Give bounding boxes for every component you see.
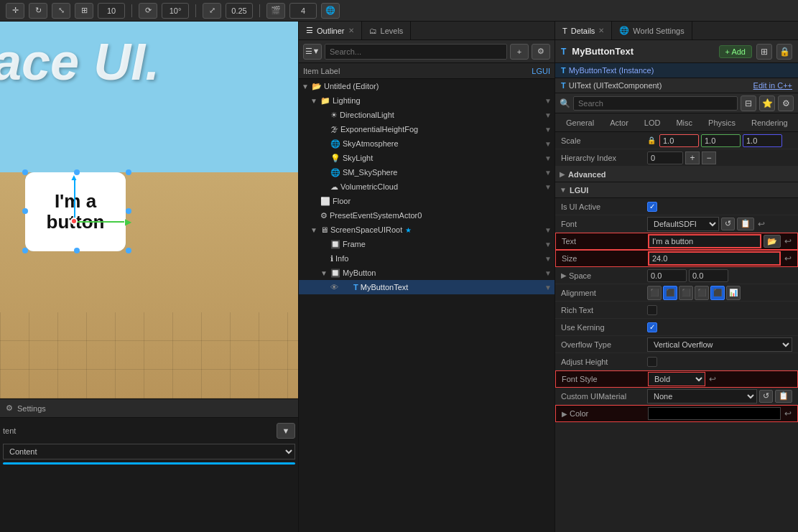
tab-levels[interactable]: 🗂 Levels <box>362 22 412 39</box>
lgui-section[interactable]: ▼ LGUI <box>555 182 798 198</box>
handle-bl[interactable] <box>22 248 28 253</box>
layout-icon-btn[interactable]: ⊞ <box>756 44 772 60</box>
scale-z-input[interactable]: 1.0 <box>743 134 782 147</box>
align-chart-btn[interactable]: 📊 <box>726 286 741 300</box>
outliner-item-lighting[interactable]: ▼ 📁 Lighting ▼ <box>299 93 555 108</box>
align-top-btn[interactable]: ⬛ <box>695 286 709 300</box>
viewport[interactable]: ace UI. I'm abutton <box>0 22 298 398</box>
handle-ml[interactable] <box>22 208 28 214</box>
hi-plus-btn[interactable]: + <box>685 151 700 164</box>
handle-bm[interactable] <box>74 248 80 253</box>
font-dropdown[interactable]: DefaultSDFI <box>647 217 719 231</box>
size-input[interactable]: 24.0 <box>648 251 781 266</box>
custom-material-reset-btn[interactable]: ↺ <box>759 390 773 403</box>
handle-tr[interactable] <box>126 169 131 175</box>
outliner-item-screenspaceui[interactable]: ▼ 🖥 ScreenSpaceUIRoot ★ ▼ <box>299 223 555 237</box>
text-undo-btn[interactable]: ↩ <box>784 236 792 246</box>
filter-list-icon[interactable]: ⊟ <box>741 95 756 111</box>
use-kerning-checkbox[interactable]: ✓ <box>647 322 657 332</box>
rotation-input[interactable]: 10° <box>162 3 189 19</box>
lock-icon-btn[interactable]: 🔒 <box>776 44 792 60</box>
outliner-item-skylight[interactable]: 💡 SkyLight ▼ <box>299 151 555 165</box>
details-tab-close[interactable]: ✕ <box>598 27 604 34</box>
advanced-section[interactable]: ▶ Advanced <box>555 167 798 182</box>
hi-minus-btn[interactable]: − <box>702 151 716 164</box>
outliner-item-skyatm[interactable]: 🌐 SkyAtmosphere ▼ <box>299 136 555 151</box>
align-right-btn[interactable]: ⬛ <box>679 286 693 300</box>
space-x-input[interactable]: 0.0 <box>647 269 687 282</box>
space-y-input[interactable]: 0.0 <box>689 269 728 282</box>
size-undo-btn[interactable]: ↩ <box>784 253 792 263</box>
outliner-item-mybutton[interactable]: ▼ 🔲 MyButton ▼ <box>299 266 555 280</box>
align-middle-btn[interactable]: ⬛ <box>710 286 725 300</box>
color-undo-btn[interactable]: ↩ <box>784 409 792 419</box>
scale-tool-btn[interactable]: ⤡ <box>52 3 70 19</box>
handle-mr[interactable] <box>126 208 131 214</box>
visibility-eye[interactable]: 👁 <box>330 283 340 291</box>
content-expand-btn[interactable]: ▼ <box>277 423 295 439</box>
settings-btn[interactable]: ⚙ <box>532 44 550 60</box>
overflow-type-select[interactable]: Vertical Overflow <box>647 337 792 352</box>
edit-cpp-link[interactable]: Edit in C++ <box>753 81 792 90</box>
align-center-btn[interactable]: ⬛ <box>663 286 677 300</box>
filter-lod[interactable]: LOD <box>638 116 667 129</box>
content-dropdown[interactable]: Content <box>3 444 295 459</box>
outliner-item-dirlight[interactable]: ☀ DirectionalLight ▼ <box>299 108 555 122</box>
outliner-tab-close[interactable]: ✕ <box>348 27 354 34</box>
filter-physics[interactable]: Physics <box>702 116 742 129</box>
filter-misc[interactable]: Misc <box>669 116 699 129</box>
outliner-item-smsky[interactable]: 🌐 SM_SkySphere ▼ <box>299 165 555 179</box>
tab-details[interactable]: T Details ✕ <box>555 22 612 39</box>
filter-rendering[interactable]: Rendering <box>745 116 794 129</box>
scale-mode-btn[interactable]: ⤢ <box>203 3 221 19</box>
outliner-search[interactable] <box>325 44 507 60</box>
custom-ui-material-select[interactable]: None <box>647 389 757 403</box>
font-reset-btn[interactable]: ↺ <box>721 218 735 230</box>
outliner-item-untitled[interactable]: ▼ 📂 Untitled (Editor) <box>299 79 555 93</box>
gear-icon[interactable]: ⚙ <box>778 95 794 111</box>
outliner-item-frame[interactable]: 🔲 Frame ▼ <box>299 237 555 251</box>
add-actor-btn[interactable]: + <box>510 44 529 60</box>
scale-x-input[interactable]: 1.0 <box>659 134 699 147</box>
hierarchy-index-input[interactable]: 0 <box>647 151 683 164</box>
color-swatch[interactable] <box>648 407 781 420</box>
details-search-input[interactable] <box>573 96 738 111</box>
scale-input[interactable]: 0.25 <box>226 3 253 19</box>
tab-outliner[interactable]: ☰ Outliner ✕ <box>299 22 362 39</box>
handle-tm[interactable] <box>74 169 80 175</box>
tab-world-settings[interactable]: 🌐 World Settings <box>612 22 692 39</box>
filter-actor[interactable]: Actor <box>603 116 635 129</box>
camera-btn[interactable]: 🎬 <box>266 3 285 19</box>
outliner-item-floor[interactable]: ⬜ Floor <box>299 194 555 208</box>
rotation-mode-btn[interactable]: ⟳ <box>139 3 157 19</box>
handle-br[interactable] <box>126 248 131 253</box>
scale-y-input[interactable]: 1.0 <box>701 134 741 147</box>
add-button[interactable]: + Add <box>719 45 752 58</box>
is-ui-active-checkbox[interactable]: ✓ <box>647 202 657 212</box>
font-style-select[interactable]: Bold Regular Italic <box>648 372 705 386</box>
custom-material-copy-btn[interactable]: 📋 <box>775 390 792 403</box>
font-copy-btn[interactable]: 📋 <box>737 218 754 230</box>
rich-text-checkbox[interactable] <box>647 305 657 315</box>
rotate-tool-btn[interactable]: ↻ <box>29 3 47 19</box>
handle-tl[interactable] <box>22 169 28 175</box>
filter-btn[interactable]: ☰▼ <box>303 44 322 60</box>
adjust-height-checkbox[interactable] <box>647 357 657 367</box>
outliner-item-mybuttontext[interactable]: 👁 T MyButtonText ▼ <box>299 280 555 294</box>
outliner-item-expfog[interactable]: 🌫 ExponentialHeightFog ▼ <box>299 122 555 136</box>
move-tool-btn[interactable]: ✛ <box>6 3 24 19</box>
grid-btn[interactable]: ⊞ <box>75 3 93 19</box>
grid-size-input[interactable]: 10 <box>98 3 125 19</box>
align-left-btn[interactable]: ⬛ <box>647 286 662 300</box>
outliner-item-presetevent[interactable]: ⚙ PresetEventSystemActor0 <box>299 208 555 223</box>
layers-input[interactable]: 4 <box>289 3 317 19</box>
star-icon[interactable]: ⭐ <box>759 95 775 111</box>
world-btn[interactable]: 🌐 <box>321 3 340 19</box>
font-style-undo-btn[interactable]: ↩ <box>709 374 716 384</box>
text-input[interactable]: I'm a button <box>648 234 761 248</box>
filter-general[interactable]: General <box>560 116 600 129</box>
outliner-item-volcld[interactable]: ☁ VolumetricCloud ▼ <box>299 179 555 194</box>
text-browse-btn[interactable]: 📂 <box>764 235 781 248</box>
outliner-item-info[interactable]: ℹ Info ▼ <box>299 251 555 266</box>
font-undo-btn[interactable]: ↩ <box>758 219 765 229</box>
